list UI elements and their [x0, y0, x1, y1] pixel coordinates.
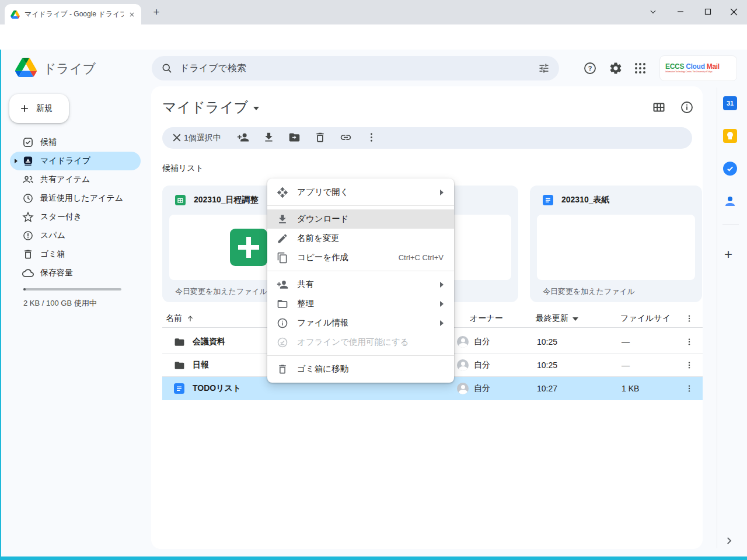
menu-item-make-copy[interactable]: コピーを作成 Ctrl+C Ctrl+V: [267, 248, 454, 267]
menu-item-rename[interactable]: 名前を変更: [267, 229, 454, 248]
menu-item-move-to-trash[interactable]: ゴミ箱に移動: [267, 359, 454, 379]
more-actions-dots-icon[interactable]: [365, 131, 378, 144]
tab-title: マイドライブ - Google ドライブ: [25, 9, 124, 19]
sidebar-nav: 候補 マイドライブ 共有アイテム 最近使用したアイテム スター付き スパム ゴミ…: [10, 133, 141, 282]
sort-by-modified[interactable]: 最終更新: [536, 309, 578, 328]
column-size[interactable]: ファイルサイ: [620, 309, 671, 328]
menu-divider: [267, 271, 454, 271]
modified-time: 10:25: [537, 354, 557, 377]
side-panel-separator: [722, 225, 739, 225]
search-bar[interactable]: [152, 56, 559, 80]
menu-item-file-info[interactable]: ファイル情報: [267, 313, 454, 332]
submenu-arrow-icon: [440, 190, 444, 195]
offline-pin-icon: [277, 337, 288, 348]
trash-icon: [22, 249, 34, 260]
card-title: 202310_日程調整: [194, 195, 259, 205]
my-drive-icon: [22, 155, 34, 167]
sort-by-name[interactable]: 名前: [166, 309, 194, 328]
tasks-icon[interactable]: [723, 162, 738, 177]
browser-toolbar: drive.google.com/drive/my-drive U: [0, 24, 747, 50]
spam-icon: [22, 230, 34, 242]
trash-icon[interactable]: [314, 131, 327, 144]
expand-arrow-icon[interactable]: [15, 159, 18, 163]
storage-progress-fill: [23, 288, 26, 290]
sidebar-item-spam[interactable]: スパム: [10, 226, 141, 245]
grid-view-icon[interactable]: [652, 100, 666, 114]
folder-icon: [174, 354, 185, 377]
menu-item-open-with[interactable]: アプリで開く: [267, 183, 454, 202]
file-size: 1 KB: [622, 377, 639, 400]
window-accent-edge-bottom: [0, 556, 747, 560]
people-icon: [22, 174, 34, 186]
contacts-icon[interactable]: [723, 194, 738, 209]
folder-outline-icon: [277, 298, 288, 310]
settings-gear-icon[interactable]: [609, 61, 623, 75]
download-icon[interactable]: [263, 131, 275, 144]
row-actions-dots-icon[interactable]: [685, 330, 694, 354]
card-caption: 今日変更を加えたファイル: [175, 286, 267, 297]
owner-avatar: [457, 377, 469, 400]
card-title: 202310_表紙: [561, 195, 610, 205]
info-icon[interactable]: [680, 100, 694, 114]
sort-descending-caret-icon: [573, 317, 578, 321]
window-minimize-button[interactable]: [667, 0, 694, 23]
modified-time: 10:27: [537, 377, 557, 400]
window-accent-edge-left: [0, 50, 1, 560]
tab-search-chevron-icon[interactable]: [640, 0, 666, 23]
menu-item-organize[interactable]: 整理: [267, 294, 454, 313]
calendar-icon[interactable]: 31: [723, 96, 738, 111]
get-addons-plus-icon[interactable]: +: [724, 246, 732, 262]
file-name: 会議資料: [193, 330, 225, 354]
window-close-button[interactable]: [720, 0, 747, 23]
open-with-icon: [277, 187, 288, 198]
tab-close-icon[interactable]: [128, 11, 135, 18]
window-maximize-button[interactable]: [694, 0, 721, 23]
apps-grid-icon[interactable]: [633, 61, 647, 75]
menu-item-download[interactable]: ダウンロード: [267, 209, 454, 229]
sidebar-item-starred[interactable]: スター付き: [10, 208, 141, 226]
row-actions-dots-icon[interactable]: [685, 377, 694, 400]
submenu-arrow-icon: [440, 320, 444, 326]
search-input[interactable]: [180, 63, 531, 74]
dropdown-caret-icon[interactable]: [253, 107, 259, 110]
search-filter-tune-icon[interactable]: [538, 62, 550, 74]
new-button[interactable]: 新規: [9, 94, 69, 123]
help-icon[interactable]: ?: [583, 61, 597, 75]
menu-item-share[interactable]: 共有: [267, 275, 454, 294]
clear-selection-icon[interactable]: [170, 131, 183, 144]
context-menu: アプリで開く ダウンロード 名前を変更 コピーを作成 Ctrl+C Ctrl+V…: [267, 178, 454, 383]
keep-icon[interactable]: [723, 129, 738, 144]
sidebar-item-suggested[interactable]: 候補: [10, 133, 141, 152]
get-link-icon[interactable]: [340, 131, 352, 144]
file-card-docs[interactable]: 202310_表紙 今日変更を加えたファイル: [530, 186, 702, 302]
share-person-add-icon[interactable]: [237, 131, 250, 144]
account-badge[interactable]: ECCS Cloud Mail Information Technology C…: [659, 55, 737, 81]
new-tab-button[interactable]: +: [149, 5, 163, 19]
sidebar-item-shared[interactable]: 共有アイテム: [10, 170, 141, 189]
check-square-icon: [22, 136, 34, 148]
page-title[interactable]: マイドライブ: [162, 98, 259, 117]
plus-icon: [19, 103, 30, 114]
sidebar-item-my-drive[interactable]: マイドライブ: [10, 152, 141, 170]
file-size: —: [622, 330, 630, 354]
search-icon[interactable]: [161, 62, 173, 74]
owner-avatar: [457, 354, 469, 377]
browser-tab[interactable]: マイドライブ - Google ドライブ: [5, 4, 141, 24]
sidebar-item-recent[interactable]: 最近使用したアイテム: [10, 189, 141, 208]
copy-icon: [277, 252, 288, 264]
sidebar-item-trash[interactable]: ゴミ箱: [10, 245, 141, 264]
sort-ascending-arrow-icon: [186, 314, 194, 323]
move-to-folder-icon[interactable]: [288, 131, 301, 144]
download-icon: [277, 214, 288, 225]
storage-progress-bar: [23, 288, 121, 290]
row-actions-dots-icon[interactable]: [685, 354, 694, 377]
collapse-chevron-icon[interactable]: [724, 536, 734, 546]
storage-usage-text: 2 KB / 100 GB 使用中: [23, 298, 97, 309]
rename-pencil-icon: [277, 233, 288, 244]
sidebar-item-storage[interactable]: 保存容量: [10, 264, 141, 282]
column-owner[interactable]: オーナー: [470, 309, 503, 328]
column-options-dots-icon[interactable]: [685, 309, 694, 328]
card-caption: 今日変更を加えたファイル: [543, 286, 635, 297]
card-thumbnail: [537, 215, 695, 280]
app-name: ドライブ: [43, 60, 96, 78]
